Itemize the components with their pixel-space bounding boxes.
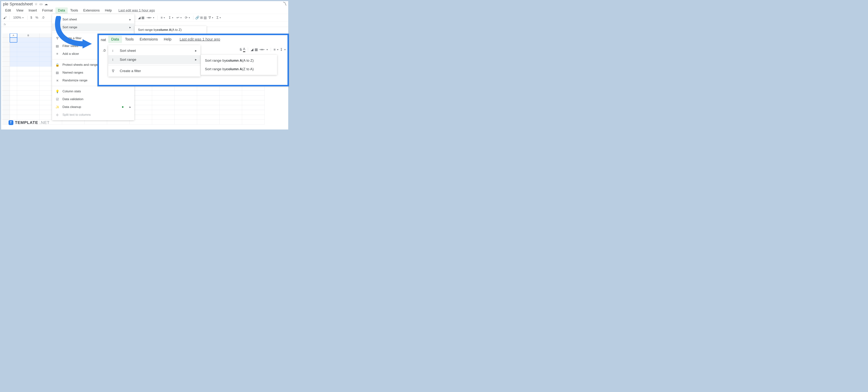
col-header-b[interactable]: B xyxy=(17,33,40,37)
wand-icon: ✨ xyxy=(55,105,59,109)
decrease-decimal-button[interactable]: .0 xyxy=(42,16,44,20)
checklist-icon: ☑ xyxy=(55,97,59,101)
lock-icon: 🔒 xyxy=(55,63,59,67)
watermark-tld: .NET xyxy=(40,120,50,125)
sort-range-icon: ↕ xyxy=(55,26,59,29)
slicer-icon: ≡ xyxy=(55,52,59,56)
last-edit-link[interactable]: Last edit was 1 hour ago xyxy=(119,8,155,12)
star-icon[interactable]: ☆ xyxy=(35,2,37,6)
h-align-icon[interactable]: ≡ xyxy=(274,47,276,52)
strikethrough-icon[interactable]: S̶ xyxy=(240,47,242,52)
rotate-button[interactable]: ⟳▼ xyxy=(184,15,191,21)
filter-views-icon: ▤ xyxy=(55,44,59,48)
filter-button[interactable]: ∇▼ xyxy=(208,15,215,21)
currency-button[interactable]: $ xyxy=(30,16,32,20)
chevron-right-icon: ▶ xyxy=(129,26,131,29)
callout-menu-extensions[interactable]: Extensions xyxy=(137,36,161,43)
bulb-icon: 💡 xyxy=(55,90,59,93)
chevron-right-icon: ▶ xyxy=(129,106,131,108)
chart-icon[interactable]: ▥ xyxy=(204,15,207,20)
text-color-icon[interactable]: A xyxy=(243,47,245,52)
menu-column-stats[interactable]: 💡Column stats xyxy=(52,88,134,95)
format-fragment: nat xyxy=(99,36,108,43)
callout-dropdown: ↕Sort sheet▶ ↕Sort range▶ ∇Create a filt… xyxy=(108,45,200,76)
filter-icon: ∇ xyxy=(112,69,116,73)
callout-last-edit[interactable]: Last edit was 1 hour ago xyxy=(180,37,220,41)
callout-submenu: Sort range by column A (A to Z) Sort ran… xyxy=(201,55,277,75)
toolbar-right: S̶ A ◢ ▦ ⇥⇤▼ ≡▼ ↧▼ ↩▼ ⟳▼ 🔗 ⊞ ▥ ∇▼ Σ▼ xyxy=(129,15,222,21)
menu-edit[interactable]: Edit xyxy=(3,7,13,13)
wrap-button[interactable]: ↩▼ xyxy=(175,15,183,21)
menubar: Edit View Insert Format Data Tools Exten… xyxy=(1,7,288,14)
menu-split-text: ⊹Split text to columns xyxy=(52,111,134,119)
zoom-select[interactable]: 100%▼ xyxy=(12,15,25,20)
menu-help[interactable]: Help xyxy=(102,7,114,13)
sort-range-z-to-a[interactable]: Sort range by column A (Z to A) xyxy=(201,65,277,73)
zoom-value: 100% xyxy=(13,16,21,20)
new-dot-icon xyxy=(122,106,123,108)
callout-box: nat Data Tools Extensions Help Last edit… xyxy=(97,34,289,87)
cloud-icon[interactable]: ☁ xyxy=(44,2,48,6)
sort-range-submenu-bg[interactable]: Sort range by column A (A to Z) xyxy=(135,26,207,34)
move-icon[interactable]: ▭ xyxy=(39,2,42,6)
v-align-button[interactable]: ↧▼ xyxy=(167,15,175,21)
functions-button[interactable]: Σ▼ xyxy=(215,15,222,21)
sort-range-a-to-z[interactable]: Sort range by column A (A to Z) xyxy=(201,56,277,65)
chevron-right-icon: ▶ xyxy=(129,19,131,21)
menu-insert[interactable]: Insert xyxy=(26,7,40,13)
menu-data-validation[interactable]: ☑Data validation xyxy=(52,95,134,103)
watermark: T TEMPLATE.NET xyxy=(8,120,50,125)
split-icon: ⊹ xyxy=(55,113,59,117)
watermark-brand: TEMPLATE xyxy=(15,120,38,125)
link-icon[interactable]: 🔗 xyxy=(195,15,199,20)
callout-sort-range[interactable]: ↕Sort range▶ xyxy=(108,55,200,64)
merge-cells-button[interactable]: ⇥⇤▼ xyxy=(145,15,156,21)
menu-format[interactable]: Format xyxy=(40,7,55,13)
menu-extensions[interactable]: Extensions xyxy=(81,7,102,13)
col-header-a[interactable]: A xyxy=(10,33,17,37)
v-align-icon[interactable]: ↧ xyxy=(280,47,283,52)
sort-icon: ↕ xyxy=(112,49,116,53)
callout-menubar: Data Tools Extensions Help Last edit was… xyxy=(107,35,287,43)
fill-color-icon[interactable]: ◢ xyxy=(138,15,141,20)
callout-menu-help[interactable]: Help xyxy=(161,36,175,43)
menu-tools[interactable]: Tools xyxy=(68,7,81,13)
callout-create-filter[interactable]: ∇Create a filter xyxy=(108,66,200,75)
toolbar: 🖌 100%▼ $ % .0 S̶ A ◢ ▦ ⇥⇤▼ ≡▼ ↧▼ ↩▼ ⟳▼ xyxy=(1,14,288,22)
activity-icon[interactable]: 〽 xyxy=(283,1,287,6)
callout-sort-sheet[interactable]: ↕Sort sheet▶ xyxy=(108,46,200,55)
callout-toolbar: S̶ A ◢ ▦ ⇥⇤▼ ≡▼ ↧▼ xyxy=(240,47,286,52)
sort-range-icon: ↕ xyxy=(112,58,116,62)
document-title[interactable]: ple Spreadsheet xyxy=(3,2,33,6)
callout-menu-tools[interactable]: Tools xyxy=(122,36,137,43)
select-all-corner[interactable] xyxy=(2,33,10,37)
titlebar: ple Spreadsheet ☆ ▭ ☁ xyxy=(1,1,288,7)
decimals-fragment: .0 xyxy=(103,48,105,53)
borders-icon[interactable]: ▦ xyxy=(254,47,258,52)
h-align-button[interactable]: ≡▼ xyxy=(159,15,166,21)
chevron-right-icon: ▶ xyxy=(195,58,197,61)
named-ranges-icon: ▤ xyxy=(55,71,59,75)
percent-button[interactable]: % xyxy=(35,16,38,20)
fx-label: fx xyxy=(4,23,6,26)
filter-icon: ∇ xyxy=(55,36,59,40)
row-header[interactable] xyxy=(2,37,10,42)
menu-sort-sheet[interactable]: ↕Sort sheet▶ xyxy=(52,15,134,24)
sort-icon: ↕ xyxy=(55,18,59,21)
cell-a1[interactable] xyxy=(10,37,17,42)
spreadsheet-app: ple Spreadsheet ☆ ▭ ☁ 〽 Edit View Insert… xyxy=(1,1,288,130)
paint-format-icon[interactable]: 🖌 xyxy=(3,16,7,20)
comment-icon[interactable]: ⊞ xyxy=(200,15,203,20)
chevron-right-icon: ▶ xyxy=(195,50,197,52)
menu-sort-range[interactable]: ↕Sort range▶ xyxy=(52,24,134,31)
menu-data[interactable]: Data xyxy=(55,7,68,13)
menu-view[interactable]: View xyxy=(13,7,26,13)
callout-menu-data[interactable]: Data xyxy=(108,36,122,43)
merge-icon[interactable]: ⇥⇤ xyxy=(259,47,265,52)
watermark-logo: T xyxy=(8,120,13,125)
menu-data-cleanup[interactable]: ✨Data cleanup▶ xyxy=(52,103,134,111)
shuffle-icon: ⤨ xyxy=(55,78,59,83)
fill-color-icon[interactable]: ◢ xyxy=(251,47,253,52)
borders-icon[interactable]: ▦ xyxy=(141,15,145,20)
